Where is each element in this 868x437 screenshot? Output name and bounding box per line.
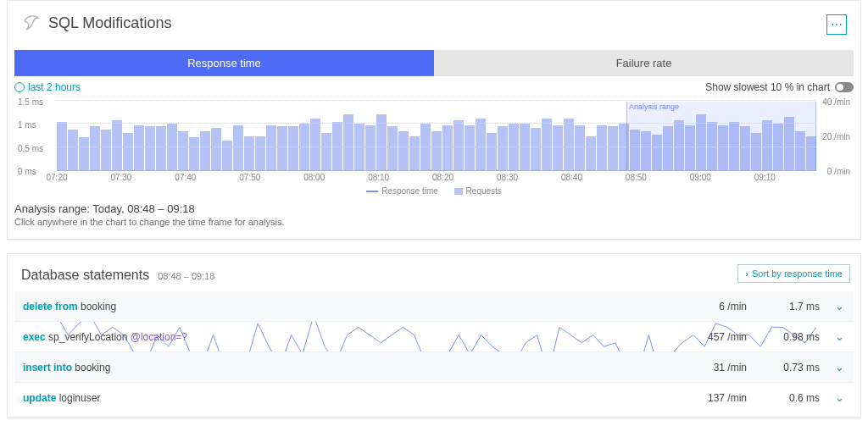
- x-tick: 09:00: [690, 173, 711, 182]
- rate-value: 137 /min: [687, 392, 747, 404]
- chevron-down-icon[interactable]: ⌄: [833, 300, 845, 313]
- request-bar[interactable]: [244, 136, 254, 171]
- request-bar[interactable]: [310, 119, 320, 170]
- request-bar[interactable]: [575, 125, 585, 170]
- request-bar[interactable]: [365, 125, 376, 170]
- analysis-range-hint: Click anywhere in the chart to change th…: [14, 217, 854, 227]
- request-bar[interactable]: [553, 125, 563, 170]
- x-tick: 08:30: [497, 173, 518, 182]
- request-bar[interactable]: [431, 131, 442, 170]
- tab-response-time[interactable]: Response time: [14, 50, 434, 76]
- request-bar[interactable]: [145, 126, 155, 170]
- request-bar[interactable]: [68, 130, 78, 170]
- x-tick: 07:30: [110, 173, 131, 182]
- request-bar[interactable]: [200, 131, 210, 170]
- chevron-down-icon[interactable]: ⌄: [833, 391, 845, 404]
- analysis-range-info: Analysis range: Today, 08:48 – 09:18 Cli…: [8, 202, 860, 239]
- chart-legend: Response time Requests: [8, 185, 860, 202]
- clock-icon: [14, 82, 25, 92]
- request-bar[interactable]: [586, 136, 596, 171]
- response-time-value: 0.73 ms: [760, 362, 820, 373]
- request-bar[interactable]: [222, 141, 232, 170]
- request-bar[interactable]: [321, 133, 331, 170]
- request-bar[interactable]: [597, 125, 607, 170]
- request-bar[interactable]: [211, 128, 221, 170]
- statement-row[interactable]: insert into booking31 /min0.73 ms⌄: [14, 352, 854, 383]
- analysis-range-title: Analysis range: Today, 08:48 – 09:18: [14, 202, 854, 215]
- statement-text: exec sp_verifyLocation @location=?: [23, 331, 674, 343]
- statements-title: Database statements: [21, 268, 149, 283]
- time-range-picker[interactable]: last 2 hours: [14, 81, 81, 93]
- request-bar[interactable]: [156, 126, 166, 170]
- request-bar[interactable]: [233, 125, 243, 170]
- y-right-tick: 20 /min: [822, 132, 850, 141]
- time-range-label: last 2 hours: [28, 81, 81, 93]
- x-tick: 08:10: [368, 173, 389, 182]
- sort-by-response-time-button[interactable]: › Sort by response time: [737, 264, 850, 283]
- x-tick: 08:00: [303, 173, 325, 182]
- statement-row[interactable]: delete from booking6 /min1.7 ms⌄: [14, 291, 854, 322]
- slowest-toggle[interactable]: [835, 82, 854, 92]
- chart-toolbar: last 2 hours Show slowest 10 % in chart: [8, 76, 860, 98]
- request-bar[interactable]: [266, 125, 276, 170]
- x-tick: 08:20: [432, 173, 453, 182]
- x-tick: 07:50: [239, 173, 260, 182]
- tab-failure-rate[interactable]: Failure rate: [434, 50, 854, 76]
- y-left-tick: 0.5 ms: [18, 144, 43, 153]
- request-bar[interactable]: [387, 126, 398, 170]
- request-bar[interactable]: [90, 126, 100, 170]
- statement-row[interactable]: exec sp_verifyLocation @location=?457 /m…: [14, 322, 854, 352]
- request-bar[interactable]: [112, 120, 122, 170]
- statement-row[interactable]: update loginuser137 /min0.6 ms⌄: [14, 383, 854, 412]
- request-bar[interactable]: [564, 119, 574, 170]
- more-button[interactable]: ⋯: [826, 14, 847, 35]
- request-bar[interactable]: [134, 125, 144, 170]
- y-right-tick: 0 /min: [827, 167, 850, 176]
- request-bar[interactable]: [255, 136, 265, 171]
- y-right-tick: 40 /min: [822, 97, 850, 107]
- dolphin-icon: [21, 13, 42, 33]
- request-bar[interactable]: [442, 125, 453, 170]
- request-bar[interactable]: [178, 131, 188, 170]
- chevron-down-icon[interactable]: ⌄: [833, 361, 845, 373]
- chevron-right-icon: ›: [745, 268, 748, 279]
- statement-text: update loginuser: [23, 392, 674, 404]
- request-bar[interactable]: [531, 128, 541, 170]
- request-bar[interactable]: [409, 136, 420, 171]
- legend-requests: Requests: [454, 186, 502, 196]
- chevron-down-icon[interactable]: ⌄: [833, 330, 845, 343]
- request-bar[interactable]: [476, 119, 486, 170]
- card-header: SQL Modifications ⋯: [8, 1, 860, 41]
- request-bar[interactable]: [453, 120, 464, 170]
- x-tick: 07:40: [175, 173, 196, 182]
- request-bar[interactable]: [101, 130, 111, 170]
- rate-value: 6 /min: [687, 301, 747, 313]
- metric-tabs: Response time Failure rate: [14, 50, 854, 76]
- response-time-chart[interactable]: Analysis range 07:2007:3007:4007:5008:00…: [8, 98, 860, 185]
- request-bar[interactable]: [277, 126, 287, 170]
- request-bar[interactable]: [542, 119, 552, 170]
- request-bar[interactable]: [189, 137, 199, 170]
- overlay-label: Analysis range: [627, 102, 681, 112]
- request-bar[interactable]: [288, 126, 298, 170]
- statements-time: 08:48 – 09:18: [158, 271, 214, 281]
- request-bar[interactable]: [79, 137, 89, 170]
- statement-text: delete from booking: [23, 301, 674, 313]
- analysis-range-overlay[interactable]: Analysis range: [626, 102, 816, 170]
- x-tick: 08:50: [626, 173, 647, 182]
- request-bar[interactable]: [608, 126, 618, 170]
- y-left-tick: 0 ms: [18, 167, 36, 176]
- request-bar[interactable]: [123, 133, 133, 170]
- y-left-tick: 1.5 ms: [18, 97, 43, 107]
- request-bar[interactable]: [498, 126, 508, 170]
- request-bar[interactable]: [487, 133, 497, 170]
- statement-text: insert into booking: [23, 362, 674, 373]
- y-left-tick: 1 ms: [18, 120, 36, 130]
- request-bar[interactable]: [398, 131, 409, 170]
- request-bar[interactable]: [465, 125, 475, 170]
- legend-response-time: Response time: [366, 186, 438, 196]
- x-tick: 09:10: [754, 173, 776, 182]
- database-statements-section: Database statements 08:48 – 09:18 › Sort…: [7, 253, 861, 418]
- response-time-value: 0.6 ms: [760, 392, 820, 404]
- sql-modifications-card: SQL Modifications ⋯ Response time Failur…: [7, 0, 861, 240]
